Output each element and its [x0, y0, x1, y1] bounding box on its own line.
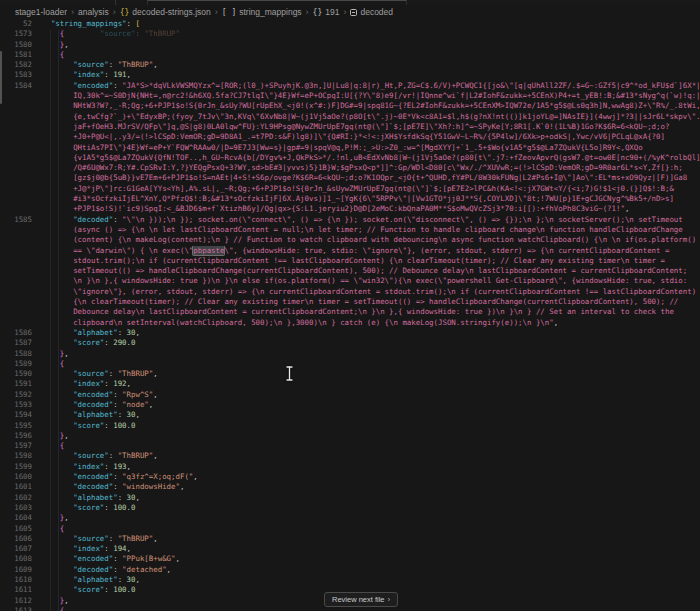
code-line[interactable]: 1598 "source": "ThBRUP",: [0, 451, 700, 461]
line-number[interactable]: 1595: [0, 421, 42, 431]
code-line[interactable]: 1602 "alphabet": 30,: [0, 493, 700, 503]
code-line[interactable]: stdout.trim();\n if (currentClipboardCon…: [0, 256, 700, 266]
code-line[interactable]: QHtiAs7PI\"}4E}Wf=eP+Y`FQW^RAAw0/|D=9E7J…: [0, 143, 700, 153]
code-line[interactable]: \"ignore\"}, (error, stdout, stderr) => …: [0, 287, 700, 297]
code-line[interactable]: 1606 "source": "ThBRUP",: [0, 534, 700, 544]
code-line[interactable]: {e,twCfg?`_)+\"EdyxBP;(fyoy_7tJv\"3n,KVq…: [0, 112, 700, 122]
code-line[interactable]: +J@*jP\"]rc:G1GeA[YYs<Yh],A%.sL|,_~R;Qg;…: [0, 184, 700, 194]
code-line[interactable]: 1591 "index": 192,: [0, 379, 700, 389]
line-number[interactable]: 1613: [0, 606, 42, 611]
breadcrumb-separator: ›: [113, 7, 116, 17]
code-line[interactable]: +PJP1$o!S)!`ic9)SpqI:<_&BJD6$m+f`XtizhB6…: [0, 204, 700, 214]
code-line[interactable]: 1603 "score": 100.0: [0, 503, 700, 513]
code-line[interactable]: 1581 {: [0, 50, 700, 60]
line-number[interactable]: 1593: [0, 400, 42, 410]
breadcrumb-item-191[interactable]: {} 191: [313, 7, 340, 17]
code-line[interactable]: 1586 "alphabet": 30,: [0, 328, 700, 338]
code-line[interactable]: 52 "string_mappings": [: [0, 19, 700, 29]
code-line[interactable]: {v1A5*g5$@La7ZQukV{QfN!TOF..,h_GU~RcvA{b…: [0, 153, 700, 163]
code-line[interactable]: 1573 { "source": "ThBRUP": [0, 29, 700, 39]
code-line[interactable]: 1595 "score": 100.0: [0, 421, 700, 431]
code-line[interactable]: clipboard\n setInterval(watchClipboard, …: [0, 318, 700, 328]
code-line[interactable]: 1585 "decoded": "\"\n }));\n }); socket.…: [0, 215, 700, 225]
line-number[interactable]: 1573: [0, 29, 42, 39]
line-number[interactable]: 1582: [0, 60, 42, 70]
line-number[interactable]: 1607: [0, 544, 42, 554]
code-line[interactable]: jaF+fOeH3.MJrSV/QFp\"]q,@S|g8)0LA0lqw^FU…: [0, 122, 700, 132]
line-number[interactable]: 1601: [0, 482, 42, 492]
review-next-file-button[interactable]: Review next file ›: [324, 592, 398, 607]
line-number[interactable]: 1587: [0, 338, 42, 348]
code-line[interactable]: 1597 {: [0, 441, 700, 451]
code-line[interactable]: setTimeout(() => handleClipboardChange(c…: [0, 266, 700, 276]
code-editor[interactable]: 52 "string_mappings": [1573 { "source": …: [0, 19, 700, 611]
code-line[interactable]: 1599 "index": 193,: [0, 462, 700, 472]
code-line[interactable]: 1588 },: [0, 349, 700, 359]
code-line[interactable]: 1596 },: [0, 431, 700, 441]
line-number[interactable]: 1589: [0, 359, 42, 369]
breadcrumb-item-analysis[interactable]: analysis: [78, 7, 109, 17]
code-line[interactable]: 1594 "alphabet": 30,: [0, 410, 700, 420]
breadcrumb-item-file[interactable]: {} decoded-strings.json: [120, 7, 211, 17]
breadcrumb-item-decoded[interactable]: decoded: [350, 7, 393, 17]
code-line[interactable]: 1584 "encoded": "JA*S>*dqVLkVWSMQYzx^=[R…: [0, 81, 700, 91]
code-line[interactable]: 1589 {: [0, 359, 700, 369]
code-line[interactable]: {\n clearTimeout(timer); // Clear any ex…: [0, 297, 700, 307]
line-number[interactable]: 1596: [0, 431, 42, 441]
code-line[interactable]: #i3*sOcfzkiIjEL^XnY,Q*PfzQ$!:B;&#13*sOcf…: [0, 194, 700, 204]
code-line[interactable]: \n }\n },{ windowsHide: true })\n }\n el…: [0, 276, 700, 286]
line-number[interactable]: 1590: [0, 369, 42, 379]
code-line[interactable]: /Q#6U@Wx7:R;Y#.CpSRvI:Y,?}YEQgPsxQ+3?WY,…: [0, 163, 700, 173]
line-number[interactable]: 1581: [0, 50, 42, 60]
code-line[interactable]: 1580 },: [0, 40, 700, 50]
line-number[interactable]: 1606: [0, 534, 42, 544]
breadcrumb-item-string-mappings[interactable]: [ ] string_mappings: [222, 7, 302, 17]
line-number[interactable]: 1609: [0, 565, 42, 575]
line-number[interactable]: 1602: [0, 493, 42, 503]
line-number[interactable]: 1583: [0, 70, 42, 80]
line-number[interactable]: 1599: [0, 462, 42, 472]
code-line[interactable]: [gz$j0@b{5uB}}vE7Em+6+PJP1$o!S=nAEt|4+S!…: [0, 173, 700, 183]
line-number[interactable]: 1600: [0, 472, 42, 482]
line-number[interactable]: 1580: [0, 40, 42, 50]
code-line[interactable]: 1600 "encoded": "q3fz^=X;oq;dF(",: [0, 472, 700, 482]
code-line[interactable]: 1587 "score": 290.0: [0, 338, 700, 348]
code-line[interactable]: (async () => {\n \n let lastClipboardCon…: [0, 225, 700, 235]
code-line[interactable]: 1592 "encoded": "Rpw^S",: [0, 390, 700, 400]
line-number[interactable]: 1604: [0, 513, 42, 523]
line-number[interactable]: 1586: [0, 328, 42, 338]
line-number[interactable]: 1612: [0, 596, 42, 606]
line-number[interactable]: 1588: [0, 349, 42, 359]
line-number[interactable]: 1594: [0, 410, 42, 420]
line-number[interactable]: 1608: [0, 554, 42, 564]
line-number[interactable]: 1603: [0, 503, 42, 513]
code-line[interactable]: Debounce delay\n lastClipboardContent = …: [0, 307, 700, 317]
line-number[interactable]: 1584: [0, 81, 42, 91]
code-line[interactable]: 1583 "index": 191,: [0, 70, 700, 80]
code-line[interactable]: IQ,30k^=~S0DjN{NHt=,n@rc2!&h6XQ.5fa?CJ7t…: [0, 91, 700, 101]
code-line[interactable]: 1609 "decoded": "detached",: [0, 565, 700, 575]
code-line[interactable]: +J0+P@U<|,.y3/=(!>lCSpD:VemOR;gD=9D8A1_.…: [0, 132, 700, 142]
line-number[interactable]: 1591: [0, 379, 42, 389]
code-line[interactable]: (content) {\n makeLog(content);\n } // F…: [0, 235, 700, 245]
code-line[interactable]: 1590 "source": "ThBRUP",: [0, 369, 700, 379]
line-number[interactable]: 52: [0, 19, 42, 29]
code-line[interactable]: == \"darwin\") { \n exec(\"pbpaste\", {w…: [0, 246, 700, 256]
code-line[interactable]: 1607 "index": 194,: [0, 544, 700, 554]
line-number[interactable]: 1610: [0, 575, 42, 585]
line-number[interactable]: 1592: [0, 390, 42, 400]
code-line[interactable]: 1593 "decoded": "node",: [0, 400, 700, 410]
code-line[interactable]: NHtW3?W?,_-R;Qg;+6+PJP1$o!S{0rJn_&sUy?WU…: [0, 101, 700, 111]
line-number[interactable]: 1585: [0, 215, 42, 225]
code-line[interactable]: 1610 "alphabet": 30,: [0, 575, 700, 585]
code-line[interactable]: 1608 "encoded": "PPuk[B+w&G",: [0, 554, 700, 564]
breadcrumb-item-stage1-loader[interactable]: stage1-loader: [15, 7, 67, 17]
line-number[interactable]: 1597: [0, 441, 42, 451]
line-number[interactable]: 1598: [0, 451, 42, 461]
code-line[interactable]: 1605 {: [0, 524, 700, 534]
code-line[interactable]: 1601 "decoded": "windowsHide",: [0, 482, 700, 492]
code-line[interactable]: 1582 "source": "ThBRUP",: [0, 60, 700, 70]
line-number[interactable]: 1605: [0, 524, 42, 534]
line-number[interactable]: 1611: [0, 585, 42, 595]
code-line[interactable]: 1604 },: [0, 513, 700, 523]
